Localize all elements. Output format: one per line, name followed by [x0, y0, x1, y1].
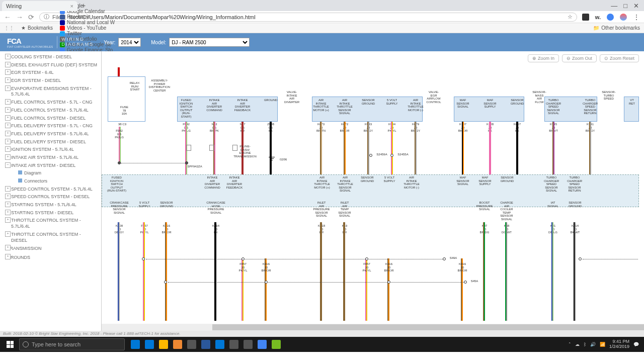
bookmark[interactable]: Twitter: [60, 31, 115, 36]
zoom-out-button[interactable]: ⊖ Zoom Out: [562, 54, 597, 62]
diagram-canvas[interactable]: ⊕ Zoom In ⊖ Zoom Out ⊙ Zoom Reset ASSEMB…: [102, 51, 644, 331]
tree-item[interactable]: THROTTLE CONTROL SYSTEM - 5.7L/6.4L: [0, 217, 101, 230]
windows-taskbar: Type here to search ˄ ☁ ᛒ 🔊 📶 9:41 PM 1/…: [0, 337, 644, 352]
close-window-icon[interactable]: ✕: [633, 2, 639, 10]
tree-item[interactable]: EGR SYSTEM - DIESEL: [0, 77, 101, 85]
maximize-icon[interactable]: □: [623, 2, 627, 10]
bookmark[interactable]: ★Bookmarks: [21, 25, 53, 31]
taskbar-app-icon[interactable]: [157, 338, 170, 351]
zoom-in-button[interactable]: ⊕ Zoom In: [528, 54, 559, 62]
tree-sidebar[interactable]: COOLING SYSTEM - DIESELDIESEL EXHAUST FL…: [0, 51, 102, 331]
ext-icon-3[interactable]: [607, 14, 614, 21]
close-icon[interactable]: ×: [70, 3, 73, 9]
tree-item[interactable]: FUEL CONTROL SYSTEM - 5.7L/6.4L: [0, 107, 101, 115]
tree-item[interactable]: STARTING SYSTEM - 5.7L/6.4L: [0, 201, 101, 209]
tree-leaf[interactable]: Diagram: [0, 169, 101, 177]
address-bar[interactable]: ⓘ File | file:///C:/Users/Marion/Documen…: [39, 13, 577, 22]
bookmark[interactable]: National and Local W: [60, 20, 115, 25]
tree-item[interactable]: STARTING SYSTEM - DIESEL: [0, 209, 101, 217]
tree-item[interactable]: FUEL DELIVERY SYSTEM - DIESEL: [0, 138, 101, 146]
tab-title: Wiring: [6, 3, 22, 9]
year-label: Year:: [104, 40, 115, 45]
tree-item[interactable]: FUEL DELIVERY SYSTEM - 5.7L - CNG: [0, 122, 101, 130]
taskbar-app-icon[interactable]: [213, 338, 226, 351]
bookmark[interactable]: Facebook: [60, 14, 115, 20]
star-icon: ★: [21, 25, 26, 31]
logo: FCA FIAT CHRYSLER AUTOMOBILES WIRINGDIAG…: [7, 36, 94, 48]
taskbar-app-icon[interactable]: [143, 338, 156, 351]
tree-category[interactable]: GROUNDS: [0, 253, 101, 262]
tree-item[interactable]: EVAPORATIVE EMISSIONS SYSTEM - 5.7L/6.4L: [0, 85, 101, 99]
tray-up-icon[interactable]: ˄: [569, 342, 571, 347]
tree-item[interactable]: SPEED CONTROL SYSTEM - DIESEL: [0, 193, 101, 201]
year-select[interactable]: 2014: [118, 38, 141, 47]
taskbar-app-icon[interactable]: [242, 338, 255, 351]
apps-icon[interactable]: ⋮⋮: [4, 25, 14, 31]
start-button[interactable]: [2, 337, 18, 352]
reload-icon[interactable]: ⟳: [28, 13, 34, 21]
tree-item[interactable]: FUEL CONTROL SYSTEM - 5.7L - CNG: [0, 99, 101, 107]
tray-cloud-icon[interactable]: ☁: [575, 342, 580, 347]
forward-icon[interactable]: →: [16, 13, 23, 21]
browser-tab[interactable]: Wiring ×: [2, 1, 77, 11]
taskbar-app-icon[interactable]: [199, 338, 212, 351]
profile-icon[interactable]: [620, 14, 627, 21]
other-bookmarks[interactable]: 📁Other bookmarks: [593, 25, 640, 31]
taskbar-app-icon[interactable]: [270, 338, 283, 351]
ext-icon-1[interactable]: [582, 14, 589, 21]
taskbar-app-icon[interactable]: [129, 338, 142, 351]
tree-category[interactable]: TRANSMISSION: [0, 244, 101, 253]
tree-item[interactable]: SPEED CONTROL SYSTEM - 5.7L/6.4L: [0, 186, 101, 194]
tray-vol-icon[interactable]: 🔊: [590, 342, 596, 347]
tray-wifi-icon[interactable]: 📶: [600, 342, 605, 347]
zoom-reset-button[interactable]: ⊙ Zoom Reset: [600, 54, 639, 62]
model-label: Model:: [151, 40, 166, 45]
model-select[interactable]: DJ - RAM 2500: [169, 38, 250, 47]
taskbar-app-icon[interactable]: [185, 338, 198, 351]
tree-item[interactable]: INTAKE AIR SYSTEM - 5.7L/6.4L: [0, 154, 101, 162]
tree-leaf[interactable]: Connectors: [0, 177, 101, 186]
notif-icon[interactable]: 💬: [633, 342, 639, 347]
horizontal-scrollbar[interactable]: [102, 324, 644, 331]
minimize-icon[interactable]: —: [611, 2, 617, 10]
tree-item[interactable]: IGNITION SYSTEM - 5.7L/6.4L: [0, 146, 101, 154]
tree-item[interactable]: COOLING SYSTEM - DIESEL: [0, 53, 101, 61]
taskbar-app-icon[interactable]: [171, 338, 184, 351]
tree-item-expanded[interactable]: INTAKE AIR SYSTEM - DIESEL: [0, 162, 101, 170]
clock-date: 1/24/2019: [609, 344, 629, 349]
star-icon[interactable]: ☆: [568, 14, 573, 20]
tree-item[interactable]: THROTTLE CONTROL SYSTEM - DIESEL: [0, 231, 101, 244]
taskbar-app-icon[interactable]: [227, 338, 240, 351]
footer-status: Built: 2018-02-10 © Bright Star Engineer…: [0, 331, 644, 337]
ext-icon-2[interactable]: w.: [595, 14, 601, 20]
menu-icon[interactable]: ⋮: [633, 13, 640, 21]
tree-item[interactable]: EGR SYSTEM - 6.4L: [0, 69, 101, 77]
bookmarks-bar: ⋮⋮ ★Bookmarks Google Google Calendar Fac…: [0, 23, 644, 33]
tree-item[interactable]: FUEL DELIVERY SYSTEM - 5.7L/6.4L: [0, 130, 101, 138]
system-tray[interactable]: ˄ ☁ ᛒ 🔊 📶 9:41 PM 1/24/2019 💬: [569, 339, 642, 349]
tray-bt-icon[interactable]: ᛒ: [584, 342, 586, 347]
taskbar-app-icon[interactable]: [256, 338, 269, 351]
back-icon[interactable]: ←: [4, 13, 11, 21]
file-icon: ⓘ: [44, 13, 49, 21]
bookmark[interactable]: Videos - YouTube: [60, 25, 115, 31]
tree-item[interactable]: FUEL CONTROL SYSTEM - DIESEL: [0, 115, 101, 123]
tree-item[interactable]: DIESEL EXHAUST FLUID (DEF) SYSTEM: [0, 61, 101, 69]
taskbar-search[interactable]: Type here to search: [19, 338, 125, 350]
cortana-icon: [23, 341, 29, 347]
